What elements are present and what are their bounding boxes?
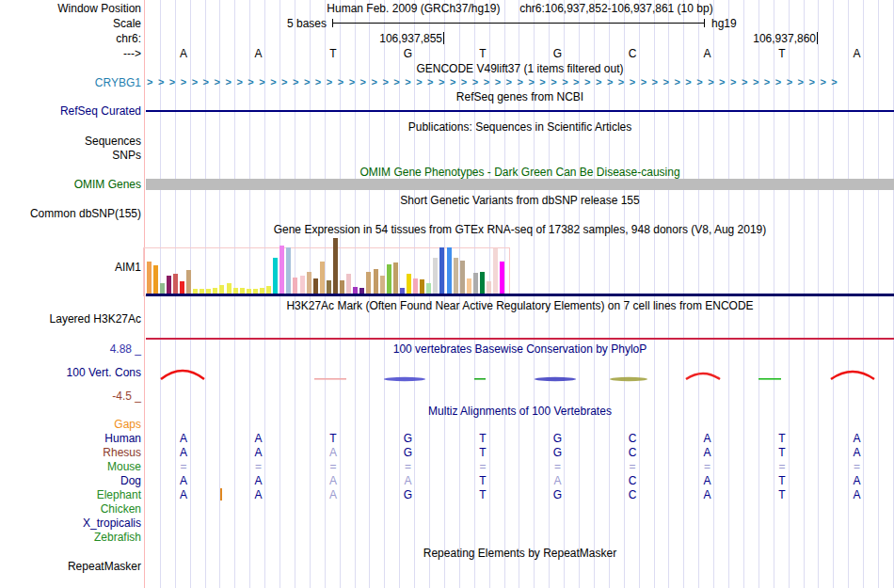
gtex-tissue-bar xyxy=(307,272,311,294)
refseq-gene-line[interactable] xyxy=(146,110,894,112)
phylop-wiggle[interactable] xyxy=(0,358,894,400)
multiz-letter: A xyxy=(221,488,296,501)
gtex-tissue-bar xyxy=(313,278,318,294)
gtex-tissue-bar xyxy=(227,283,231,294)
multiz-letter: = xyxy=(221,460,296,473)
h3k27ac-signal-line[interactable] xyxy=(146,338,894,340)
ruler-base: T xyxy=(295,47,371,60)
phylop-feature xyxy=(161,371,204,379)
multiz-caption: Multiz Alignments of 100 Vertebrates xyxy=(146,405,894,418)
species-label-human[interactable]: Human xyxy=(0,432,141,445)
gtex-tissue-bar xyxy=(266,286,271,294)
gencode-transcript-arrows[interactable]: >>>>>>>>>>>>>>>>>>>>>>>>>>>>>>>>>>>>>>>>… xyxy=(147,76,894,88)
species-label-rhesus[interactable]: Rhesus xyxy=(0,446,141,459)
multiz-letter: A xyxy=(295,488,371,501)
species-label-elephant[interactable]: Elephant xyxy=(0,488,141,501)
phylop-feature xyxy=(535,377,576,381)
multiz-letter: A xyxy=(221,446,296,459)
gtex-tissue-bar xyxy=(493,248,498,294)
omim-gene-bar[interactable] xyxy=(146,179,894,190)
gtex-gene-label[interactable]: AIM1 xyxy=(0,261,141,274)
omim-caption: OMIM Gene Phenotypes - Dark Green Can Be… xyxy=(146,166,894,179)
h3k27ac-caption: H3K27Ac Mark (Often Found Near Active Re… xyxy=(146,299,894,312)
coord-left: 106,937,855 xyxy=(240,32,442,45)
multiz-letter: G xyxy=(371,446,446,459)
gtex-tissue-bar xyxy=(460,261,465,294)
species-label-chicken[interactable]: Chicken xyxy=(0,502,141,516)
multiz-letter: A xyxy=(520,474,596,487)
multiz-letter: T xyxy=(445,488,520,501)
species-label-x_tropicalis[interactable]: X_tropicalis xyxy=(0,516,141,530)
h3k27ac-label[interactable]: Layered H3K27Ac xyxy=(0,312,141,326)
species-label-dog[interactable]: Dog xyxy=(0,474,141,487)
gtex-tissue-bar xyxy=(454,258,458,294)
multiz-letter: A xyxy=(820,474,894,487)
gtex-tissue-bar xyxy=(353,287,358,294)
species-label-mouse[interactable]: Mouse xyxy=(0,460,141,473)
multiz-letter: T xyxy=(445,432,520,445)
multiz-letter: A xyxy=(670,432,745,445)
multiz-letter: A xyxy=(146,488,221,501)
phylop-feature xyxy=(610,377,647,381)
multiz-letter: T xyxy=(295,432,371,445)
species-label-zebrafish[interactable]: Zebrafish xyxy=(0,531,141,544)
elephant-insert-tick xyxy=(220,488,222,501)
gtex-tissue-bar xyxy=(413,278,418,294)
gtex-tissue-bar xyxy=(286,247,291,294)
sequences-label[interactable]: Sequences xyxy=(0,135,141,148)
multiz-letter: A xyxy=(146,474,221,487)
gtex-tissue-bar xyxy=(420,279,424,294)
multiz-letter: A xyxy=(295,446,371,459)
gtex-tissue-bar xyxy=(219,285,224,294)
multiz-letter: = xyxy=(295,460,371,473)
multiz-letter: A xyxy=(820,488,894,501)
conservation-caption: 100 vertebrates Basewise Conservation by… xyxy=(146,342,894,356)
gtex-tissue-bar xyxy=(433,258,438,294)
gtex-tissue-bar xyxy=(327,280,331,294)
genome-browser-view: Human Feb. 2009 (GRCh37/hg19) chr6:106,9… xyxy=(0,0,894,588)
gene-label-crybg1[interactable]: CRYBG1 xyxy=(0,76,141,89)
gtex-tissue-bar xyxy=(447,247,452,294)
omim-genes-label[interactable]: OMIM Genes xyxy=(0,178,141,191)
phylop-feature xyxy=(831,372,874,379)
snps-label[interactable]: SNPs xyxy=(0,149,141,162)
phylop-feature xyxy=(686,373,720,379)
gtex-tissue-bar xyxy=(173,274,178,294)
gtex-tissue-bar xyxy=(387,264,391,294)
multiz-letter: = xyxy=(595,460,670,473)
gtex-tissue-bar xyxy=(487,281,491,294)
multiz-letter: A xyxy=(371,474,446,487)
multiz-letter: G xyxy=(371,432,446,445)
gtex-tissue-bar xyxy=(180,281,184,294)
gtex-tissue-bar xyxy=(426,283,431,294)
refseq-curated-label[interactable]: RefSeq Curated xyxy=(0,104,141,118)
refseq-caption: RefSeq genes from NCBI xyxy=(146,90,894,103)
gtex-tissue-bar xyxy=(467,278,471,294)
gtex-tissue-bar xyxy=(279,246,284,294)
scale-value: 5 bases xyxy=(146,17,327,30)
multiz-letter: T xyxy=(744,488,820,501)
multiz-letter: C xyxy=(595,488,670,501)
multiz-letter: G xyxy=(520,488,596,501)
common-dbsnp-label[interactable]: Common dbSNP(155) xyxy=(0,207,141,220)
multiz-letter: T xyxy=(445,474,520,487)
multiz-gaps-label[interactable]: Gaps xyxy=(0,418,141,431)
coord-right-tick xyxy=(817,32,818,44)
repeatmasker-label[interactable]: RepeatMasker xyxy=(0,560,141,573)
conservation-max-label: 4.88 _ xyxy=(0,342,141,356)
phylop-feature xyxy=(314,378,346,380)
gtex-tissue-bar xyxy=(500,262,504,294)
coord-left-tick xyxy=(443,32,444,44)
gtex-tissue-bar xyxy=(153,265,158,294)
gtex-tissue-bar xyxy=(160,283,165,294)
window-position-label: Window Position xyxy=(0,2,141,15)
multiz-letter: A xyxy=(221,474,296,487)
multiz-letter: A xyxy=(146,446,221,459)
phylop-feature xyxy=(384,377,425,381)
gtex-tissue-bar xyxy=(473,273,478,294)
ruler-base: G xyxy=(520,47,596,60)
gtex-tissue-bar xyxy=(293,278,297,294)
gtex-tissue-bar xyxy=(366,272,371,294)
strand-direction-label[interactable]: ---> xyxy=(0,47,141,60)
gtex-tissue-bar xyxy=(480,272,485,294)
